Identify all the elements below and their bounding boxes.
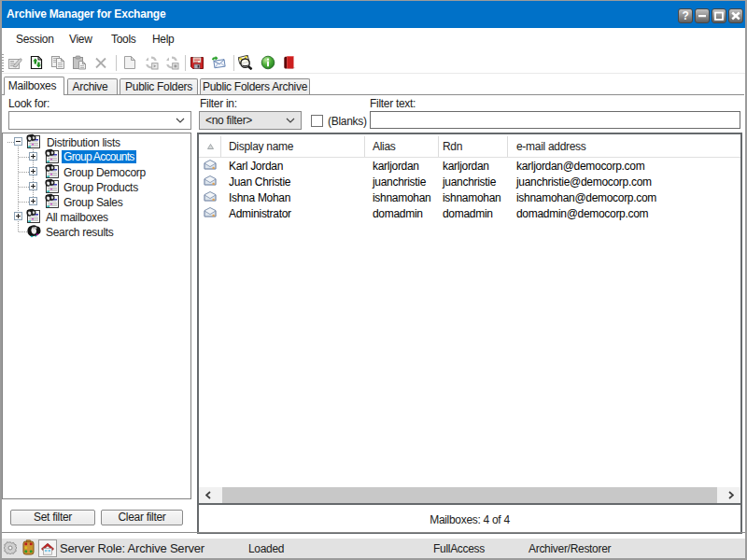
svg-text:?: ? bbox=[682, 9, 688, 22]
